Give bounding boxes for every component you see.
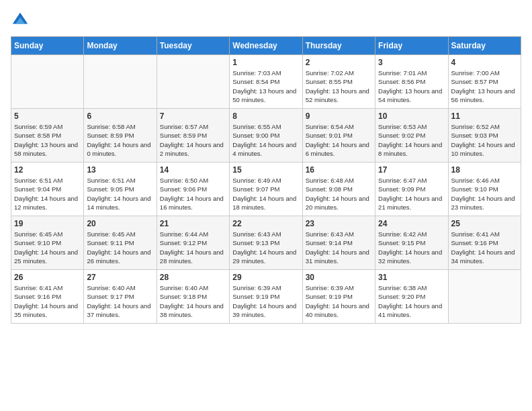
day-info: Sunrise: 6:47 AMSunset: 9:09 PMDaylight:… — [378, 176, 445, 212]
calendar-cell: 29Sunrise: 6:39 AMSunset: 9:19 PMDayligh… — [230, 270, 302, 324]
day-number: 26 — [14, 273, 81, 282]
day-number: 5 — [14, 111, 81, 121]
day-info: Sunrise: 6:54 AMSunset: 9:01 PMDaylight:… — [306, 122, 372, 158]
day-number: 21 — [160, 219, 226, 228]
calendar-cell: 24Sunrise: 6:42 AMSunset: 9:15 PMDayligh… — [375, 216, 448, 270]
calendar-cell — [157, 55, 229, 109]
day-number: 27 — [87, 273, 153, 282]
page-header — [11, 11, 521, 30]
day-info: Sunrise: 6:45 AMSunset: 9:10 PMDaylight:… — [14, 230, 81, 265]
calendar-cell: 10Sunrise: 6:53 AMSunset: 9:02 PMDayligh… — [375, 109, 448, 163]
calendar-cell: 9Sunrise: 6:54 AMSunset: 9:01 PMDaylight… — [302, 109, 375, 163]
calendar-cell: 31Sunrise: 6:38 AMSunset: 9:20 PMDayligh… — [375, 270, 448, 324]
weekday-header: Thursday — [302, 37, 375, 55]
day-number: 10 — [378, 111, 445, 121]
day-number: 15 — [232, 165, 299, 175]
calendar-cell: 3Sunrise: 7:01 AMSunset: 8:56 PMDaylight… — [375, 55, 448, 109]
weekday-header: Saturday — [448, 37, 521, 55]
day-number: 8 — [232, 111, 299, 121]
day-number: 30 — [306, 273, 372, 282]
calendar-cell: 5Sunrise: 6:59 AMSunset: 8:58 PMDaylight… — [11, 109, 84, 163]
day-info: Sunrise: 6:40 AMSunset: 9:18 PMDaylight:… — [160, 283, 226, 319]
day-info: Sunrise: 7:03 AMSunset: 8:54 PMDaylight:… — [232, 68, 299, 104]
day-number: 9 — [306, 111, 372, 121]
weekday-header: Sunday — [11, 37, 84, 55]
day-number: 25 — [451, 219, 518, 228]
day-number: 24 — [378, 219, 445, 228]
day-info: Sunrise: 6:43 AMSunset: 9:13 PMDaylight:… — [232, 230, 299, 265]
calendar-cell: 22Sunrise: 6:43 AMSunset: 9:13 PMDayligh… — [230, 216, 302, 270]
weekday-header: Friday — [375, 37, 448, 55]
calendar-cell: 17Sunrise: 6:47 AMSunset: 9:09 PMDayligh… — [375, 163, 448, 216]
day-number: 31 — [378, 273, 445, 282]
calendar-cell: 13Sunrise: 6:51 AMSunset: 9:05 PMDayligh… — [84, 163, 157, 216]
weekday-header: Monday — [84, 37, 157, 55]
day-number: 7 — [160, 111, 226, 121]
calendar-cell: 14Sunrise: 6:50 AMSunset: 9:06 PMDayligh… — [157, 163, 229, 216]
day-number: 12 — [14, 165, 81, 175]
weekday-header: Tuesday — [157, 37, 229, 55]
day-info: Sunrise: 6:38 AMSunset: 9:20 PMDaylight:… — [378, 283, 445, 319]
calendar-header: SundayMondayTuesdayWednesdayThursdayFrid… — [11, 37, 521, 55]
day-number: 17 — [378, 165, 445, 175]
day-number: 3 — [378, 58, 445, 67]
day-number: 22 — [232, 219, 299, 228]
calendar-cell: 20Sunrise: 6:45 AMSunset: 9:11 PMDayligh… — [84, 216, 157, 270]
calendar-cell: 25Sunrise: 6:41 AMSunset: 9:16 PMDayligh… — [448, 216, 521, 270]
calendar-week-row: 1Sunrise: 7:03 AMSunset: 8:54 PMDaylight… — [11, 55, 521, 109]
calendar-cell: 28Sunrise: 6:40 AMSunset: 9:18 PMDayligh… — [157, 270, 229, 324]
day-info: Sunrise: 6:46 AMSunset: 9:10 PMDaylight:… — [451, 176, 518, 212]
day-number: 2 — [306, 58, 372, 67]
day-info: Sunrise: 6:41 AMSunset: 9:16 PMDaylight:… — [14, 283, 81, 319]
calendar-cell: 30Sunrise: 6:39 AMSunset: 9:19 PMDayligh… — [302, 270, 375, 324]
day-number: 23 — [306, 219, 372, 228]
calendar-cell: 15Sunrise: 6:49 AMSunset: 9:07 PMDayligh… — [230, 163, 302, 216]
day-info: Sunrise: 6:52 AMSunset: 9:03 PMDaylight:… — [451, 122, 518, 158]
calendar-cell: 11Sunrise: 6:52 AMSunset: 9:03 PMDayligh… — [448, 109, 521, 163]
calendar-cell: 26Sunrise: 6:41 AMSunset: 9:16 PMDayligh… — [11, 270, 84, 324]
day-number: 19 — [14, 219, 81, 228]
logo-icon — [11, 11, 30, 30]
day-number: 11 — [451, 111, 518, 121]
calendar-cell: 23Sunrise: 6:43 AMSunset: 9:14 PMDayligh… — [302, 216, 375, 270]
calendar-week-row: 26Sunrise: 6:41 AMSunset: 9:16 PMDayligh… — [11, 270, 521, 324]
day-number: 6 — [87, 111, 153, 121]
day-number: 18 — [451, 165, 518, 175]
calendar-week-row: 12Sunrise: 6:51 AMSunset: 9:04 PMDayligh… — [11, 163, 521, 216]
day-info: Sunrise: 6:53 AMSunset: 9:02 PMDaylight:… — [378, 122, 445, 158]
day-info: Sunrise: 7:02 AMSunset: 8:55 PMDaylight:… — [306, 68, 372, 104]
day-number: 1 — [232, 58, 299, 67]
day-info: Sunrise: 6:59 AMSunset: 8:58 PMDaylight:… — [14, 122, 81, 158]
calendar-cell: 8Sunrise: 6:55 AMSunset: 9:00 PMDaylight… — [230, 109, 302, 163]
day-info: Sunrise: 7:01 AMSunset: 8:56 PMDaylight:… — [378, 68, 445, 104]
calendar-week-row: 5Sunrise: 6:59 AMSunset: 8:58 PMDaylight… — [11, 109, 521, 163]
day-info: Sunrise: 7:00 AMSunset: 8:57 PMDaylight:… — [451, 68, 518, 104]
calendar-week-row: 19Sunrise: 6:45 AMSunset: 9:10 PMDayligh… — [11, 216, 521, 270]
calendar-cell: 21Sunrise: 6:44 AMSunset: 9:12 PMDayligh… — [157, 216, 229, 270]
day-number: 16 — [306, 165, 372, 175]
calendar-cell: 12Sunrise: 6:51 AMSunset: 9:04 PMDayligh… — [11, 163, 84, 216]
day-number: 20 — [87, 219, 153, 228]
day-info: Sunrise: 6:40 AMSunset: 9:17 PMDaylight:… — [87, 283, 153, 319]
day-info: Sunrise: 6:39 AMSunset: 9:19 PMDaylight:… — [232, 283, 299, 319]
day-info: Sunrise: 6:51 AMSunset: 9:05 PMDaylight:… — [87, 176, 153, 212]
day-info: Sunrise: 6:42 AMSunset: 9:15 PMDaylight:… — [378, 230, 445, 265]
day-number: 28 — [160, 273, 226, 282]
day-number: 13 — [87, 165, 153, 175]
day-info: Sunrise: 6:43 AMSunset: 9:14 PMDaylight:… — [306, 230, 372, 265]
day-number: 14 — [160, 165, 226, 175]
calendar-cell: 1Sunrise: 7:03 AMSunset: 8:54 PMDaylight… — [230, 55, 302, 109]
day-info: Sunrise: 6:55 AMSunset: 9:00 PMDaylight:… — [232, 122, 299, 158]
calendar-cell: 16Sunrise: 6:48 AMSunset: 9:08 PMDayligh… — [302, 163, 375, 216]
day-number: 4 — [451, 58, 518, 67]
calendar-cell — [11, 55, 84, 109]
calendar-cell: 19Sunrise: 6:45 AMSunset: 9:10 PMDayligh… — [11, 216, 84, 270]
calendar-cell: 18Sunrise: 6:46 AMSunset: 9:10 PMDayligh… — [448, 163, 521, 216]
day-info: Sunrise: 6:58 AMSunset: 8:59 PMDaylight:… — [87, 122, 153, 158]
day-info: Sunrise: 6:49 AMSunset: 9:07 PMDaylight:… — [232, 176, 299, 212]
day-info: Sunrise: 6:41 AMSunset: 9:16 PMDaylight:… — [451, 230, 518, 265]
calendar-cell — [448, 270, 521, 324]
calendar-cell: 27Sunrise: 6:40 AMSunset: 9:17 PMDayligh… — [84, 270, 157, 324]
calendar-cell: 2Sunrise: 7:02 AMSunset: 8:55 PMDaylight… — [302, 55, 375, 109]
calendar-cell: 6Sunrise: 6:58 AMSunset: 8:59 PMDaylight… — [84, 109, 157, 163]
